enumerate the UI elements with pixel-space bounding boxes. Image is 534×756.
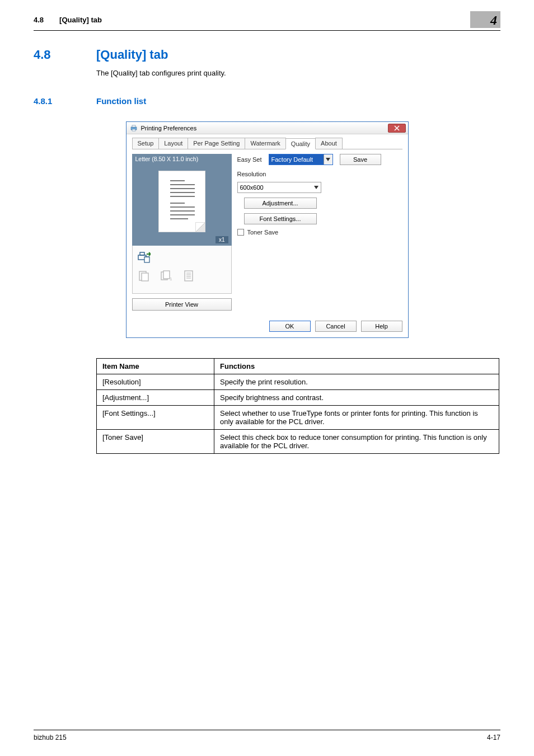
- table-cell-func: Select this check box to reduce toner co…: [214, 430, 499, 454]
- tab-quality[interactable]: Quality: [285, 138, 316, 149]
- table-cell-name: [Toner Save]: [97, 430, 214, 454]
- svg-rect-2: [132, 129, 135, 131]
- svg-rect-7: [142, 273, 148, 281]
- section-heading: 4.8 [Quality] tab: [34, 48, 500, 62]
- tab-setup[interactable]: Setup: [132, 138, 160, 149]
- close-button[interactable]: [388, 124, 406, 133]
- paper-size-label: Letter (8.50 X 11.0 inch): [132, 154, 232, 164]
- table-head-functions: Functions: [214, 359, 499, 374]
- svg-rect-5: [144, 257, 149, 262]
- tab-strip: Setup Layout Per Page Setting Watermark …: [132, 138, 402, 149]
- table-cell-func: Specify brightness and contrast.: [214, 390, 499, 406]
- footer-pagenum: 4-17: [487, 734, 500, 741]
- page-header: 4.8 [Quality] tab 4: [34, 11, 500, 31]
- svg-rect-9: [163, 271, 170, 279]
- tab-about[interactable]: About: [315, 138, 343, 149]
- help-button[interactable]: Help: [361, 321, 402, 332]
- header-section-ref: 4.8: [34, 16, 44, 24]
- tab-per-page-setting[interactable]: Per Page Setting: [188, 138, 245, 149]
- table-cell-func: Select whether to use TrueType fonts or …: [214, 406, 499, 430]
- dialog-titlebar[interactable]: Printing Preferences: [127, 122, 408, 134]
- paper-sheet-icon: [158, 171, 205, 232]
- table-cell-name: [Adjustment...]: [97, 390, 214, 406]
- page-footer: bizhub 215 4-17: [34, 730, 500, 741]
- section-number: 4.8: [34, 48, 74, 62]
- svg-text:1: 1: [170, 276, 172, 281]
- copies-badge: x1: [216, 236, 228, 243]
- printer-view-button[interactable]: Printer View: [132, 298, 232, 311]
- svg-rect-1: [132, 125, 135, 127]
- paper-preview: x1: [132, 164, 232, 246]
- table-row: [Font Settings...] Select whether to use…: [97, 406, 499, 430]
- font-settings-button[interactable]: Font Settings...: [244, 213, 317, 224]
- subsection-heading: 4.8.1 Function list: [34, 96, 500, 106]
- table-row: [Adjustment...] Specify brightness and c…: [97, 390, 499, 406]
- printing-preferences-dialog: Printing Preferences Setup Layout Per Pa…: [126, 121, 409, 338]
- toner-save-checkbox[interactable]: Toner Save: [237, 229, 279, 236]
- page-header-left: 4.8 [Quality] tab: [34, 16, 470, 24]
- save-button[interactable]: Save: [340, 154, 381, 165]
- table-cell-name: [Font Settings...]: [97, 406, 214, 430]
- section-description: The [Quality] tab configures print quali…: [96, 69, 500, 77]
- subsection-title: Function list: [96, 96, 146, 106]
- section-title: [Quality] tab: [96, 48, 168, 62]
- toner-save-label: Toner Save: [247, 229, 279, 236]
- dialog-footer: OK Cancel Help: [132, 321, 402, 332]
- function-table: Item Name Functions [Resolution] Specify…: [96, 358, 499, 454]
- easyset-value: Factory Default: [271, 156, 313, 163]
- resolution-label: Resolution: [237, 171, 266, 177]
- printer-status-icon: [137, 250, 151, 264]
- cancel-button[interactable]: Cancel: [315, 321, 357, 332]
- copies-icon: 1: [160, 269, 173, 283]
- easyset-label: Easy Set: [237, 156, 262, 163]
- tab-layout[interactable]: Layout: [158, 138, 188, 149]
- table-cell-func: Specify the print resolution.: [214, 374, 499, 390]
- chapter-number: 4: [490, 13, 497, 28]
- svg-rect-11: [185, 271, 193, 281]
- svg-rect-4: [140, 252, 144, 255]
- table-head-row: Item Name Functions: [97, 359, 499, 374]
- chevron-down-icon: [312, 182, 321, 192]
- adjustment-button[interactable]: Adjustment...: [244, 198, 317, 209]
- document-icon: [182, 269, 195, 283]
- table-cell-name: [Resolution]: [97, 374, 214, 390]
- table-head-itemname: Item Name: [97, 359, 214, 374]
- chevron-down-icon: [324, 154, 332, 165]
- footer-product: bizhub 215: [34, 734, 67, 741]
- printer-icon: [130, 124, 138, 132]
- tab-watermark[interactable]: Watermark: [245, 138, 285, 149]
- chapter-badge: 4: [470, 11, 500, 28]
- resolution-value: 600x600: [240, 184, 264, 191]
- resolution-select[interactable]: 600x600: [237, 182, 321, 193]
- status-icon-panel: 1: [132, 246, 232, 294]
- subsection-number: 4.8.1: [34, 96, 74, 106]
- checkbox-icon: [237, 229, 244, 236]
- easyset-select[interactable]: Factory Default: [269, 154, 333, 165]
- header-section-title: [Quality] tab: [59, 16, 102, 24]
- table-row: [Toner Save] Select this check box to re…: [97, 430, 499, 454]
- ok-button[interactable]: OK: [269, 321, 311, 332]
- table-row: [Resolution] Specify the print resolutio…: [97, 374, 499, 390]
- orientation-icon: [137, 269, 151, 283]
- dialog-title: Printing Preferences: [141, 125, 388, 132]
